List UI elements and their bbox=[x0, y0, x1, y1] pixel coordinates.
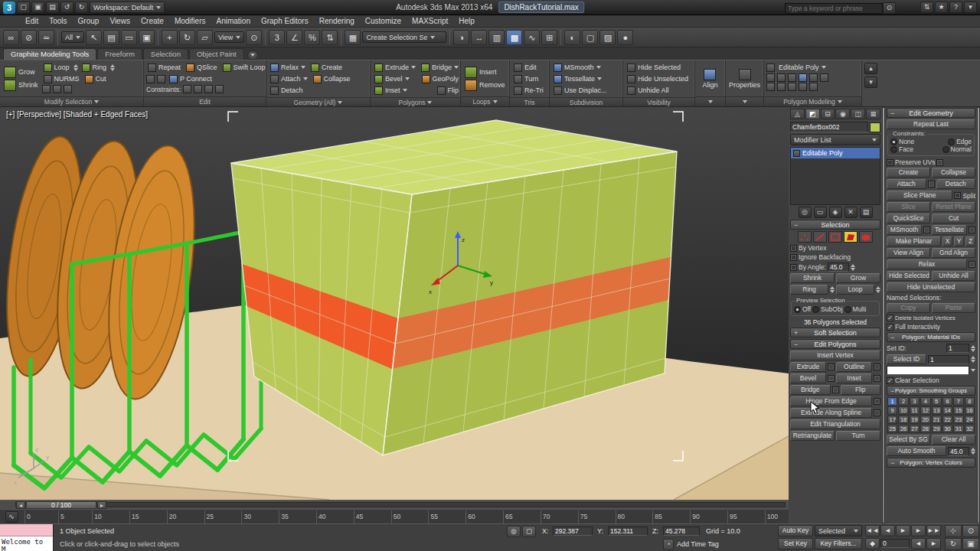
grid-align-button[interactable]: Grid Align bbox=[932, 248, 975, 258]
make-planar-y-button[interactable]: Y bbox=[954, 236, 964, 246]
make-planar-z-button[interactable]: Z bbox=[965, 236, 975, 246]
outline-settings-icon[interactable] bbox=[874, 364, 880, 370]
set-id-spinner[interactable] bbox=[971, 345, 975, 352]
clear-all-button[interactable]: Clear All bbox=[932, 435, 975, 445]
set-key-button[interactable]: Set Key bbox=[778, 538, 813, 549]
constraint-normal-icon[interactable] bbox=[215, 85, 224, 93]
object-name-field[interactable]: ChamferBox002 bbox=[790, 122, 868, 132]
geopoly-button[interactable]: GeoPoly bbox=[420, 73, 461, 84]
mirror-icon[interactable]: ◑ bbox=[453, 30, 469, 45]
preview-subobj-radio[interactable] bbox=[812, 306, 819, 313]
select-and-rotate-icon[interactable]: ↻ bbox=[179, 30, 195, 45]
render-setup-icon[interactable]: ▢ bbox=[582, 30, 598, 45]
collapse-button[interactable]: Collapse bbox=[312, 73, 352, 84]
modifier-stack-icon[interactable] bbox=[766, 64, 775, 72]
object-mode-icon[interactable] bbox=[820, 73, 828, 82]
macro-recorder-pane[interactable] bbox=[0, 524, 53, 536]
next-frame-icon[interactable]: ► bbox=[911, 525, 926, 536]
hide-selected-button[interactable]: Hide Selected bbox=[626, 62, 692, 73]
bevel-button[interactable]: Bevel bbox=[373, 73, 418, 84]
create-button[interactable]: Create bbox=[887, 168, 930, 178]
open-file-icon[interactable]: ▣ bbox=[31, 2, 44, 13]
communication-center-icon[interactable]: ⇅ bbox=[920, 2, 933, 13]
x-coord-field[interactable]: 292.387 bbox=[553, 527, 593, 536]
key-mode-toggle-icon[interactable]: ◆ bbox=[865, 538, 880, 549]
bridge-button[interactable]: Bridge bbox=[420, 62, 460, 73]
create-button[interactable]: Create bbox=[309, 62, 344, 73]
ribbon-expand-icon[interactable]: ▾ bbox=[864, 77, 877, 88]
search-icon[interactable]: ⊙ bbox=[883, 2, 896, 14]
edit-option-icon[interactable] bbox=[157, 75, 165, 83]
key-mode-dropdown[interactable]: Selected bbox=[815, 525, 862, 536]
rectangular-region-icon[interactable]: ▭ bbox=[121, 30, 137, 45]
previous-frame-icon[interactable]: ◄ bbox=[880, 525, 895, 536]
hide-unselected-button[interactable]: Hide Unselected bbox=[626, 73, 692, 84]
add-time-tag[interactable]: Add Time Tag bbox=[677, 540, 719, 548]
smoothing-group-button[interactable]: 20 bbox=[920, 416, 930, 424]
next-key-icon[interactable]: ► bbox=[926, 538, 941, 549]
slice-plane-button[interactable]: Slice Plane bbox=[887, 191, 952, 201]
auto-smooth-button[interactable]: Auto Smooth bbox=[887, 446, 946, 456]
panel-label-loops[interactable]: Loops bbox=[461, 96, 509, 106]
qslice-button[interactable]: QSlice bbox=[185, 62, 219, 73]
menu-item[interactable]: Customize bbox=[360, 16, 407, 26]
ring-spinner[interactable] bbox=[110, 64, 115, 71]
smoothing-group-button[interactable]: 11 bbox=[910, 406, 920, 415]
by-angle-checkbox[interactable] bbox=[790, 264, 797, 271]
set-id-field[interactable]: 1 bbox=[946, 344, 969, 353]
stack-item-editable-poly[interactable]: Editable Poly bbox=[791, 148, 880, 158]
smoothing-group-button[interactable]: 31 bbox=[953, 425, 963, 433]
constraint-edge-radio[interactable] bbox=[948, 139, 955, 145]
rollout-material-ids[interactable]: −Polygon: Material IDs bbox=[887, 332, 975, 342]
collapse-stack-icon[interactable] bbox=[809, 83, 818, 91]
align-icon[interactable]: ↔ bbox=[471, 30, 487, 45]
smoothing-group-button[interactable]: 26 bbox=[898, 425, 908, 433]
ribbon-options-icon[interactable] bbox=[247, 51, 258, 60]
auto-smooth-spinner[interactable] bbox=[971, 448, 975, 455]
perspective-viewport[interactable]: [+] [Perspective] [Shaded + Edged Faces] bbox=[0, 107, 789, 523]
hinge-settings-icon[interactable] bbox=[874, 398, 880, 405]
pin-stack-icon[interactable]: ◎ bbox=[799, 207, 812, 218]
spinner-snap-icon[interactable]: ⇅ bbox=[322, 30, 338, 45]
make-planar-x-button[interactable]: X bbox=[942, 236, 952, 246]
insert-vertex-button[interactable]: Insert Vertex bbox=[790, 350, 880, 360]
editable-poly-dropdown[interactable]: Editable Poly bbox=[777, 62, 828, 73]
make-planar-button[interactable]: Make Planar bbox=[887, 236, 941, 246]
rollout-edit-polygons[interactable]: −Edit Polygons bbox=[790, 339, 880, 349]
search-input[interactable] bbox=[785, 3, 883, 14]
smoothing-group-button[interactable]: 5 bbox=[932, 397, 942, 406]
show-end-result-icon[interactable]: ▭ bbox=[814, 207, 827, 218]
panel-label-modify-selection[interactable]: Modify Selection bbox=[0, 96, 143, 106]
menu-item[interactable]: Graph Editors bbox=[256, 16, 314, 26]
element-mode-icon[interactable] bbox=[809, 73, 818, 82]
constraint-none-radio[interactable] bbox=[890, 139, 897, 145]
bevel-settings-icon[interactable] bbox=[828, 375, 835, 382]
menu-item[interactable]: Rendering bbox=[314, 16, 360, 26]
cut-button[interactable]: Cut bbox=[932, 214, 975, 223]
remove-modifier-icon[interactable]: ✕ bbox=[844, 207, 858, 218]
smoothing-group-button[interactable]: 12 bbox=[920, 406, 930, 415]
display-tab-icon[interactable]: ◫ bbox=[851, 109, 865, 119]
smoothing-group-button[interactable]: 28 bbox=[920, 425, 930, 433]
constraint-face-icon[interactable] bbox=[204, 85, 213, 93]
bind-to-spacewarp-icon[interactable]: ≃ bbox=[38, 30, 54, 45]
rollout-edit-geometry[interactable]: −Edit Geometry bbox=[887, 108, 975, 118]
viewport-canvas[interactable]: z y x x y z bbox=[0, 107, 789, 500]
command-panel-scrollbar-2[interactable] bbox=[977, 107, 980, 523]
menu-item[interactable]: Help bbox=[453, 16, 480, 26]
hinge-from-edge-button[interactable]: Hinge From Edge bbox=[790, 396, 872, 406]
layer-manager-icon[interactable]: ▥ bbox=[488, 30, 505, 45]
orbit-icon[interactable]: ↻ bbox=[945, 538, 962, 550]
tessellate-button[interactable]: Tessellate bbox=[932, 225, 967, 235]
loop-spinner[interactable] bbox=[876, 286, 880, 293]
pconnect-button[interactable]: P Connect bbox=[168, 73, 214, 84]
flip-button[interactable]: Flip bbox=[436, 85, 461, 96]
rollout-vertex-colors[interactable]: −Polygon: Vertex Colors bbox=[887, 458, 975, 468]
smoothing-group-button[interactable]: 29 bbox=[932, 425, 942, 433]
select-and-move-icon[interactable]: + bbox=[162, 30, 178, 45]
view-align-button[interactable]: View Align bbox=[887, 248, 930, 258]
ribbon-minimize-icon[interactable]: ▴ bbox=[864, 63, 877, 74]
modifier-list-dropdown[interactable]: Modifier List bbox=[790, 134, 880, 145]
edit-triangulation-button[interactable]: Edit Triangulation bbox=[790, 419, 880, 429]
delete-isolated-vertices-checkbox[interactable] bbox=[887, 315, 893, 321]
